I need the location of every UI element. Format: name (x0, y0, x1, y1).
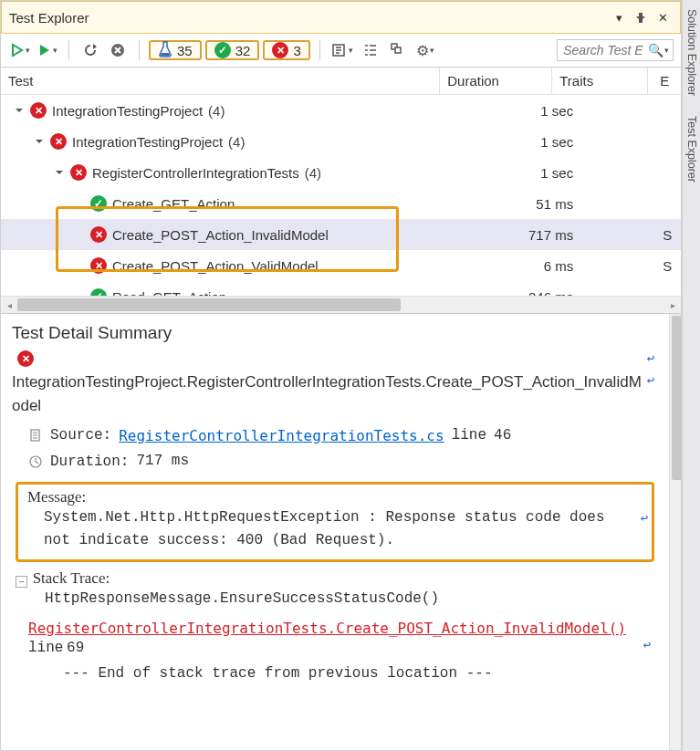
error-cell: S (663, 227, 681, 243)
search-box[interactable]: 🔍 ▾ (557, 39, 674, 61)
expander-icon[interactable] (34, 136, 45, 147)
message-label: Message: (27, 488, 635, 506)
titlebar: Test Explorer ▾ ✕ (1, 1, 681, 34)
pass-icon (90, 195, 107, 212)
error-cell: S (663, 258, 681, 274)
tree-group-row[interactable]: IntegrationTestingProject (4)1 sec (1, 95, 681, 126)
dropdown-arrow-icon[interactable]: ▾ (664, 46, 669, 55)
window-dropdown-icon[interactable]: ▾ (609, 7, 629, 27)
dropdown-arrow-icon: ▾ (26, 46, 30, 55)
dropdown-arrow-icon: ▾ (349, 46, 353, 55)
test-name: Create_POST_Action_ValidModel (112, 258, 319, 274)
filter-passed-pill[interactable]: 32 (205, 40, 260, 60)
test-explorer-window: Test Explorer ▾ ✕ ▾ ▾ (0, 0, 700, 751)
tree-test-row[interactable]: Create_POST_Action_InvalidModel717 msS (1, 219, 681, 250)
column-header-duration[interactable]: Duration (440, 68, 552, 94)
test-tree-area: IntegrationTestingProject (4)1 secIntegr… (1, 95, 681, 296)
side-tab-test-explorer[interactable]: Test Explorer (684, 110, 700, 188)
group-by-button[interactable] (359, 40, 382, 60)
horizontal-scrollbar[interactable]: ◂ ▸ (1, 296, 681, 313)
pass-icon (214, 42, 231, 58)
fail-icon (90, 226, 107, 243)
column-header-test[interactable]: Test (1, 68, 440, 94)
test-count: (4) (228, 134, 245, 150)
duration-cell: 51 ms (476, 196, 582, 212)
vertical-scrollbar[interactable] (669, 314, 681, 750)
side-tab-solution-explorer[interactable]: Solution Explorer (684, 4, 700, 101)
column-header-e[interactable]: E (648, 68, 681, 94)
run-button[interactable]: ▾ (36, 40, 59, 60)
detail-fqname-text: IntegrationTestingProject.RegisterContro… (12, 373, 642, 414)
detail-duration-line: Duration: 717 ms (12, 450, 658, 473)
run-all-button[interactable]: ▾ (8, 40, 32, 60)
filter-total-count: 35 (177, 43, 193, 58)
tree-test-row[interactable]: Read_GET_Action246 ms (1, 281, 681, 296)
document-icon (28, 428, 43, 443)
tree-group-row[interactable]: IntegrationTestingProject (4)1 sec (1, 126, 681, 157)
test-count: (4) (208, 103, 225, 119)
repeat-run-button[interactable] (78, 40, 102, 60)
expander-placeholder (74, 229, 85, 240)
expander-placeholder (74, 198, 85, 209)
window-title: Test Explorer (9, 10, 607, 26)
expander-icon[interactable] (54, 167, 65, 178)
toolbar-separator (319, 40, 320, 60)
svg-rect-3 (395, 47, 401, 53)
message-block: Message: System.Net.Http.HttpRequestExce… (16, 482, 654, 562)
scrollbar-thumb[interactable] (17, 298, 401, 311)
side-tabs: Solution Explorer Test Explorer (682, 0, 700, 751)
cancel-run-button[interactable] (106, 40, 130, 60)
duration-cell: 1 sec (476, 103, 582, 119)
columns-header: Test Duration Traits E (1, 68, 681, 95)
detail-heading: Test Detail Summary (12, 323, 658, 343)
duration-cell: 1 sec (476, 165, 582, 181)
fail-icon (70, 164, 87, 181)
detail-body: Test Detail Summary ↩ IntegrationTesting… (1, 314, 669, 750)
source-file-link[interactable]: RegisterControllerIntegrationTests.cs (119, 427, 444, 444)
toolbar-separator (68, 40, 69, 60)
scroll-left-icon[interactable]: ◂ (3, 298, 16, 311)
test-tree[interactable]: IntegrationTestingProject (4)1 secIntegr… (1, 95, 681, 296)
duration-cell: 717 ms (476, 227, 582, 243)
filter-total-pill[interactable]: 35 (149, 40, 202, 60)
word-wrap-icon: ↩ (643, 637, 651, 652)
source-label: Source: (50, 427, 111, 443)
test-name: Create_GET_Action (112, 196, 235, 212)
expander-icon[interactable] (14, 105, 25, 116)
tree-test-row[interactable]: Create_POST_Action_ValidModel6 msS (1, 250, 681, 281)
detail-source-line: Source: RegisterControllerIntegrationTes… (12, 424, 658, 447)
settings-button[interactable]: ⚙▾ (413, 40, 437, 60)
duration-cell: 1 sec (476, 134, 582, 150)
scrollbar-thumb[interactable] (672, 316, 681, 480)
tree-test-row[interactable]: Create_GET_Action51 ms (1, 188, 681, 219)
search-icon[interactable]: 🔍 (648, 43, 663, 57)
playlist-button[interactable]: ▾ (329, 40, 355, 60)
view-button[interactable] (386, 40, 410, 60)
fail-icon (30, 102, 47, 119)
toolbar-separator (139, 40, 140, 60)
duration-label: Duration: (50, 454, 129, 470)
column-header-traits[interactable]: Traits (552, 68, 648, 94)
filter-passed-count: 32 (235, 43, 251, 58)
duration-cell: 6 ms (476, 258, 582, 274)
tree-group-row[interactable]: RegisterControllerIntegrationTests (4)1 … (1, 157, 681, 188)
flask-icon (158, 41, 172, 60)
close-icon[interactable]: ✕ (653, 7, 673, 27)
fail-icon (272, 42, 288, 58)
test-name: Create_POST_Action_InvalidModel (112, 227, 329, 243)
scroll-right-icon[interactable]: ▸ (666, 298, 679, 311)
detail-status-fail-icon (17, 350, 34, 367)
dropdown-arrow-icon: ▾ (53, 46, 57, 55)
collapse-trace-button[interactable]: − (16, 576, 27, 588)
word-wrap-icon: ↩ (641, 510, 648, 525)
stacktrace-method-link[interactable]: RegisterControllerIntegrationTests.Creat… (28, 620, 626, 637)
message-body: System.Net.Http.HttpRequestException : R… (27, 506, 635, 552)
duration-cell: 246 ms (476, 289, 582, 297)
test-name: IntegrationTestingProject (72, 134, 223, 150)
search-input[interactable] (561, 42, 648, 58)
stacktrace-method-text: RegisterControllerIntegrationTests.Creat… (28, 620, 626, 637)
pass-icon (90, 288, 107, 296)
pin-icon[interactable] (631, 7, 651, 27)
filter-failed-pill[interactable]: 3 (263, 40, 309, 60)
clock-icon (28, 454, 43, 469)
